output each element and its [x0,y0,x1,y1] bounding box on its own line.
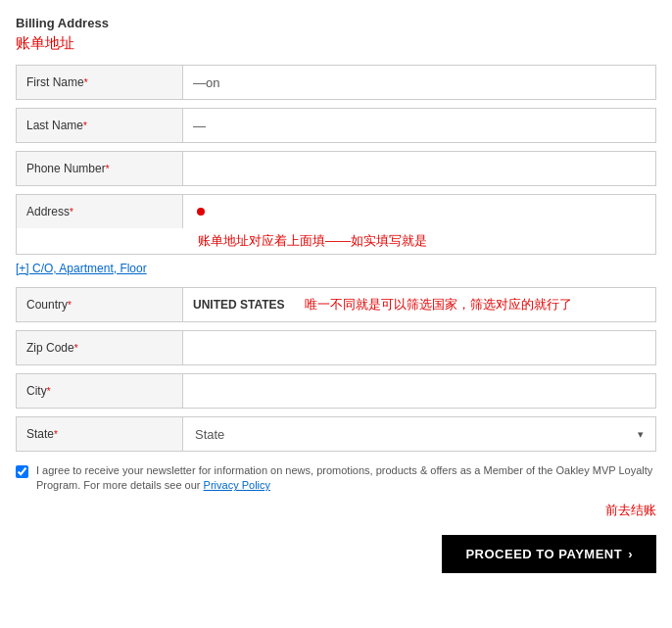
first-name-input[interactable] [183,66,655,99]
zip-code-label: Zip Code* [17,331,183,364]
phone-number-input[interactable] [183,152,655,185]
apt-link-row: [+] C/O, Apartment, Floor [16,257,656,279]
country-row: Country* UNITED STATES 唯一不同就是可以筛选国家，筛选对应… [16,287,656,322]
state-select-wrapper: State Alabama Alaska Arizona Arkansas Ca… [183,417,655,451]
section-title: Billing Address [16,16,656,30]
phone-number-label: Phone Number* [17,152,183,185]
checkout-chinese-note: 前去结账 [605,502,656,519]
first-name-row: First Name* [16,65,656,100]
last-name-label: Last Name* [17,109,183,142]
zip-code-input[interactable] [183,331,379,364]
address-dot-indicator [197,208,205,216]
state-label: State* [17,417,183,451]
city-input[interactable] [183,374,655,408]
city-label: City* [17,374,183,408]
country-value: UNITED STATES [183,288,295,321]
chevron-right-icon: › [628,547,633,561]
proceed-to-payment-button[interactable]: PROCEED TO PAYMENT › [442,535,656,573]
newsletter-row: I agree to receive your newsletter for i… [16,463,656,494]
zip-code-row: Zip Code* [16,330,656,365]
chinese-subtitle: 账单地址 [16,34,656,53]
address-row: Address* 账单地址对应着上面填——如实填写就是 [16,194,656,255]
phone-number-row: Phone Number* [16,151,656,186]
country-label: Country* [17,288,183,321]
newsletter-label: I agree to receive your newsletter for i… [36,463,656,494]
apt-link[interactable]: [+] C/O, Apartment, Floor [16,262,147,275]
address-label: Address* [17,195,183,228]
city-row: City* [16,373,656,409]
country-chinese-note: 唯一不同就是可以筛选国家，筛选对应的就行了 [295,288,655,321]
newsletter-checkbox[interactable] [16,465,28,478]
state-row: State* State Alabama Alaska Arizona Arka… [16,416,656,452]
state-select[interactable]: State Alabama Alaska Arizona Arkansas Ca… [189,419,649,450]
first-name-label: First Name* [17,66,183,99]
last-name-input[interactable] [183,109,655,142]
last-name-row: Last Name* [16,108,656,143]
privacy-policy-link[interactable]: Privacy Policy [204,479,270,491]
checkout-section: 前去结账 PROCEED TO PAYMENT › [16,502,656,573]
address-chinese-note: 账单地址对应着上面填——如实填写就是 [17,228,655,254]
address-input[interactable] [205,197,646,227]
